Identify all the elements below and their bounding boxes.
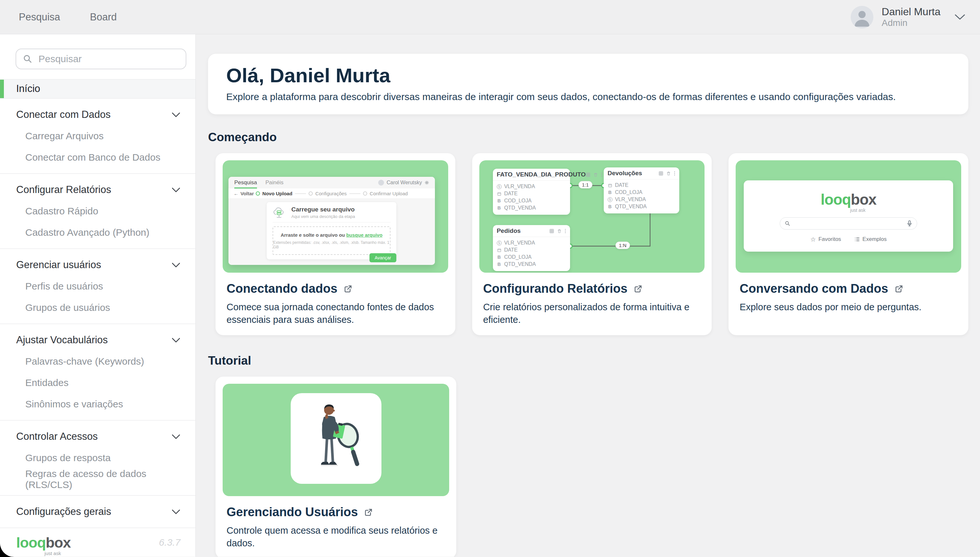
sidebar-section-header-conectar-dados[interactable]: Conectar com Dados <box>0 104 195 125</box>
sidebar-item-inicio[interactable]: Início <box>0 80 195 98</box>
mini-dropzone: Arraste e solte o arquivo ou busque arqu… <box>273 226 390 255</box>
list-icon <box>854 237 860 241</box>
mini-upload-header: Carregue seu arquivo Aqui vem uma descri… <box>273 206 390 223</box>
sidebar-item-conectar-banco[interactable]: Conectar com Banco de Dados <box>0 147 195 168</box>
card-title-row[interactable]: Gerenciando Usuários <box>227 505 445 519</box>
card-description: Crie relatórios personalizados de forma … <box>483 301 701 326</box>
tutorial-cards: Gerenciando Usuários Controle quem acess… <box>216 376 969 557</box>
search-icon <box>785 220 791 226</box>
favoritos-label: Favoritos <box>818 236 841 243</box>
card-conversando-dados-thumbnail[interactable]: looqbox just ask <box>736 160 961 273</box>
mini-avatar <box>378 180 384 186</box>
logo-tagline: just ask <box>44 551 61 556</box>
sidebar-section-gerenciar-usuarios: Gerenciar usuários Perfis de usuários Gr… <box>0 248 195 324</box>
card-title-row[interactable]: Configurando Relatórios <box>483 282 701 296</box>
table-name: Pedidos <box>497 227 521 235</box>
mini-chat-panel: looqbox just ask <box>744 181 953 252</box>
mini-user-name: Carol Werutsky <box>387 180 422 186</box>
mini-exemplos-link: Exemplos <box>854 236 887 243</box>
top-nav: Pesquisa Board <box>19 11 117 23</box>
sidebar-item-cadastro-rapido[interactable]: Cadastro Rápido <box>0 200 195 222</box>
er-table-pedidos: Pedidos SVLR_VENDA DATE BCOD_LO <box>493 225 570 271</box>
logo-box: box <box>46 534 71 551</box>
card-conversando-dados: looqbox just ask <box>728 153 969 335</box>
sidebar-item-grupos-resposta[interactable]: Grupos de resposta <box>0 447 195 469</box>
sidebar-item-entidades[interactable]: Entidades <box>0 372 195 394</box>
mini-back-label: Voltar <box>240 191 254 196</box>
field-label: QTD_VENDA <box>615 204 647 210</box>
star-icon: ☆ <box>810 236 816 243</box>
card-conectando-dados-thumbnail[interactable]: Pesquisa Painéis Carol Werutsky <box>223 160 448 273</box>
sidebar-item-regras-acesso[interactable]: Regras de acesso de dados (RLS/CLS) <box>0 469 195 490</box>
external-link-icon <box>343 284 353 294</box>
mini-upload-card: Carregue seu arquivo Aqui vem uma descri… <box>267 202 396 259</box>
mini-upload-titles: Carregue seu arquivo Aqui vem uma descri… <box>291 206 355 219</box>
sidebar-section-header-gerenciar-usuarios[interactable]: Gerenciar usuários <box>0 254 195 275</box>
looqbox-logo: looqbox just ask <box>16 535 71 550</box>
sidebar-section-header-configurar-relatorios[interactable]: Configurar Relatórios <box>0 179 195 200</box>
search-icon <box>23 54 33 64</box>
exemplos-label: Exemplos <box>862 236 887 243</box>
gear-icon <box>425 181 429 185</box>
card-conectando-dados: Pesquisa Painéis Carol Werutsky <box>216 153 455 335</box>
section-label: Ajustar Vocabulários <box>16 334 108 346</box>
tab-pesquisa[interactable]: Pesquisa <box>19 11 60 23</box>
text-field-icon: B <box>497 255 501 260</box>
dropzone-link: busque arquivo <box>346 232 382 238</box>
mini-upload-subtitle: Aqui vem uma descrição da etapa <box>291 214 355 219</box>
table-name: FATO_VENDA_DIA_PRODUTO <box>497 171 586 178</box>
field-label: COD_LOJA <box>615 189 642 195</box>
mini-user: Carol Werutsky <box>378 180 429 186</box>
sidebar-section-header-configuracoes-gerais[interactable]: Configurações gerais <box>0 501 195 522</box>
card-configurando-relatorios: FATO_VENDA_DIA_PRODUTO SVLR_VENDA DATE <box>472 153 712 335</box>
external-link-icon <box>894 284 904 294</box>
sidebar-item-grupos-usuarios[interactable]: Grupos de usuários <box>0 297 195 318</box>
tab-board[interactable]: Board <box>90 11 117 23</box>
sidebar-item-perfis-usuarios[interactable]: Perfis de usuários <box>0 275 195 297</box>
app-window: Pesquisa Board Daniel Murta Admin <box>0 0 980 557</box>
sidebar-item-carregar-arquivos[interactable]: Carregar Arquivos <box>0 125 195 147</box>
user-menu[interactable]: Daniel Murta Admin <box>851 6 966 28</box>
welcome-card: Olá, Daniel Murta Explore a plataforma p… <box>208 54 969 114</box>
grid-icon <box>549 229 554 233</box>
text-field-icon: B <box>608 190 612 195</box>
main-content: Olá, Daniel Murta Explore a plataforma p… <box>196 34 980 557</box>
sidebar-section-header-ajustar-vocabularios[interactable]: Ajustar Vocabulários <box>0 329 195 351</box>
field-label: DATE <box>504 191 518 197</box>
card-title: Gerenciando Usuários <box>227 505 358 519</box>
relation-badge-1-n: 1:N <box>616 241 630 249</box>
sidebar-search-box[interactable] <box>16 49 186 69</box>
top-bar: Pesquisa Board Daniel Murta Admin <box>0 0 980 34</box>
version-label: 6.3.7 <box>159 537 181 548</box>
chevron-down-icon <box>172 337 181 343</box>
card-title: Conversando com Dados <box>740 282 888 296</box>
search-input[interactable] <box>38 53 179 65</box>
card-description: Controle quem acessa e modifica seus rel… <box>227 524 445 550</box>
sidebar-item-cadastro-avancado[interactable]: Cadastro Avançado (Python) <box>0 222 195 243</box>
sidebar-section-header-controlar-acessos[interactable]: Controlar Acessos <box>0 426 195 447</box>
card-gerenciando-usuarios-thumbnail[interactable] <box>223 384 449 496</box>
chevron-down-icon[interactable] <box>954 14 966 21</box>
section-title-tutorial: Tutorial <box>208 354 969 368</box>
sidebar-item-palavras-chave[interactable]: Palavras-chave (Keywords) <box>0 351 195 372</box>
getting-started-cards: Pesquisa Painéis Carol Werutsky <box>216 153 969 335</box>
card-title-row[interactable]: Conversando com Dados <box>740 282 957 296</box>
text-field-icon: B <box>497 262 501 267</box>
er-table-devolucoes: Devoluções DATE BCOD_LOJA SVLR_ <box>604 168 679 213</box>
kebab-menu-icon <box>674 171 675 176</box>
card-title-row[interactable]: Conectando dados <box>227 282 444 296</box>
currency-field-icon: S <box>497 241 501 246</box>
mini-back-button: ← Voltar <box>234 191 254 196</box>
grid-icon <box>658 171 663 176</box>
field-label: VLR_VENDA <box>504 240 535 246</box>
step-dash <box>350 193 360 194</box>
calendar-field-icon <box>497 248 501 252</box>
card-configurando-relatorios-thumbnail[interactable]: FATO_VENDA_DIA_PRODUTO SVLR_VENDA DATE <box>479 160 705 273</box>
dropzone-text: Arraste e solte o arquivo ou <box>281 232 345 238</box>
mini-nav: Pesquisa Painéis Carol Werutsky <box>229 177 435 189</box>
sidebar-item-sinonimos[interactable]: Sinônimos e variações <box>0 394 195 415</box>
section-title-comecando: Começando <box>208 130 969 144</box>
card-description: Comece sua jornada conectando fontes de … <box>227 301 444 326</box>
mini-upload-title: Carregue seu arquivo <box>291 206 355 213</box>
arrow-left-icon: ← <box>234 191 238 196</box>
